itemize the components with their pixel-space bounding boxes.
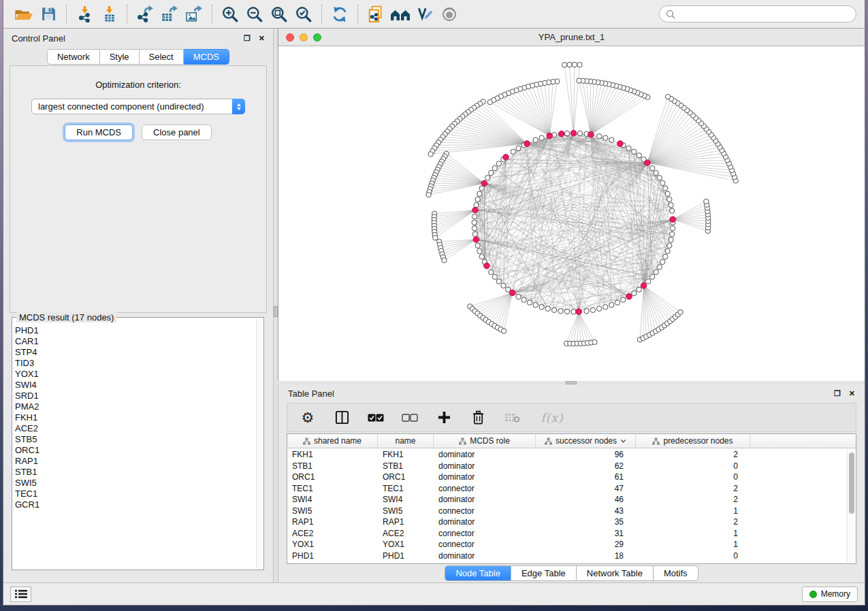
tab-network-table[interactable]: Network Table — [577, 566, 654, 580]
table-row[interactable]: SWI5SWI5connector431 — [287, 506, 847, 517]
criterion-dropdown[interactable]: largest connected component (undirected) — [31, 99, 245, 114]
new-network-file-button[interactable] — [364, 3, 388, 25]
table-row[interactable]: SWI4SWI4dominator462 — [287, 494, 847, 506]
mcds-result-item[interactable]: TEC1 — [15, 489, 255, 499]
run-mcds-button[interactable]: Run MCDS — [65, 125, 133, 140]
mcds-result-item[interactable]: RAP1 — [15, 456, 255, 467]
save-session-button[interactable] — [36, 3, 61, 25]
zoom-in-button[interactable] — [218, 3, 242, 25]
mcds-result-item[interactable]: PHD1 — [15, 325, 255, 336]
vertical-split-divider[interactable] — [274, 29, 278, 582]
tab-edge-table[interactable]: Edge Table — [511, 566, 577, 580]
close-window-icon[interactable] — [286, 33, 294, 42]
mcds-result-item[interactable]: CAR1 — [15, 336, 255, 347]
mcds-result-item[interactable]: SWI5 — [15, 478, 255, 489]
import-network-button[interactable] — [72, 3, 97, 25]
network-node — [533, 303, 538, 308]
table-row[interactable]: ACE2ACE2connector311 — [287, 528, 847, 540]
search-neighbors-button[interactable] — [388, 3, 413, 25]
table-row[interactable]: ORC1ORC1dominator610 — [287, 472, 847, 483]
add-column-icon[interactable] — [436, 410, 452, 426]
mcds-result-scrollbar[interactable] — [256, 319, 262, 568]
column-header-shared-name[interactable]: shared name — [287, 434, 378, 448]
control-panel-tabs: Network Style Select MCDS — [3, 49, 273, 65]
global-search-field[interactable] — [659, 5, 856, 22]
close-panel-icon[interactable]: ✕ — [259, 35, 265, 42]
mcds-result-item[interactable]: PMA2 — [15, 401, 255, 412]
table-row[interactable]: PHD1PHD1dominator180 — [287, 550, 847, 562]
scrollbar-thumb[interactable] — [849, 452, 854, 514]
import-table-icon — [101, 5, 118, 22]
tab-style[interactable]: Style — [100, 49, 140, 65]
table-row[interactable]: STB1STB1dominator620 — [287, 461, 847, 472]
export-network-button[interactable] — [133, 3, 157, 25]
divider-handle[interactable] — [566, 381, 577, 384]
zoom-selected-button[interactable] — [291, 3, 316, 25]
minimize-window-icon[interactable] — [300, 33, 308, 42]
mcds-result-item[interactable]: SRD1 — [15, 391, 255, 401]
column-header-name[interactable]: name — [378, 434, 434, 448]
network-leaf-node — [704, 199, 709, 203]
tab-select[interactable]: Select — [140, 49, 184, 65]
zoom-in-icon — [221, 5, 239, 23]
memory-button[interactable]: Memory — [802, 587, 858, 602]
select-all-checkboxes-icon[interactable] — [368, 410, 384, 426]
table-row[interactable]: TEC1TEC1connector472 — [287, 483, 847, 495]
network-node — [654, 170, 658, 175]
mcds-result-item[interactable]: SWI4 — [15, 380, 255, 391]
maximize-window-icon[interactable] — [313, 33, 321, 42]
network-window-titlebar[interactable]: YPA_prune.txt_1 — [278, 29, 865, 46]
search-input[interactable] — [679, 9, 850, 19]
zoom-fit-button[interactable] — [267, 3, 291, 25]
tab-network[interactable]: Network — [47, 49, 100, 65]
mcds-result-item[interactable]: ACE2 — [15, 423, 255, 434]
mcds-result-list[interactable]: PHD1CAR1STP4TID3YOX1SWI4SRD1PMA2FKH1ACE2… — [15, 320, 255, 568]
mcds-result-item[interactable]: FKH1 — [15, 412, 255, 423]
export-table-button[interactable] — [157, 3, 182, 25]
column-header-mcds-role[interactable]: MCDS role — [434, 434, 536, 448]
network-leaf-node — [433, 235, 438, 240]
table-scrollbar[interactable] — [847, 449, 855, 563]
mcds-result-item[interactable]: ORC1 — [15, 445, 255, 456]
column-layout-icon[interactable] — [334, 410, 350, 426]
close-panel-icon[interactable]: ✕ — [849, 390, 855, 397]
network-node — [669, 237, 673, 242]
mcds-result-item[interactable]: STP4 — [15, 347, 255, 358]
close-panel-button[interactable]: Close panel — [142, 125, 212, 140]
tab-motifs[interactable]: Motifs — [654, 566, 698, 580]
network-leaf-node — [442, 258, 447, 263]
table-row[interactable]: YOX1YOX1connector291 — [287, 539, 847, 550]
panel-menu-button[interactable] — [10, 587, 31, 602]
refresh-view-button[interactable] — [327, 3, 352, 25]
toggle-style-button[interactable] — [413, 3, 437, 25]
table-toolbar: ⚙ — [287, 403, 856, 432]
table-row[interactable]: FKH1FKH1dominator962 — [287, 449, 847, 461]
mcds-result-item[interactable]: STB5 — [15, 434, 255, 445]
zoom-out-button[interactable] — [242, 3, 267, 25]
node-table-body: FKH1FKH1dominator962STB1STB1dominator620… — [287, 449, 847, 563]
column-header-predecessor-nodes[interactable]: predecessor nodes — [636, 434, 750, 448]
float-panel-icon[interactable]: ❐ — [244, 35, 251, 42]
table-row[interactable]: RAP1RAP1dominator352 — [287, 516, 847, 528]
delete-column-icon[interactable] — [470, 410, 486, 426]
deselect-checkboxes-icon[interactable] — [402, 410, 418, 426]
network-graph[interactable] — [278, 46, 865, 381]
network-node — [501, 283, 506, 288]
column-header-successor-nodes[interactable]: successor nodes — [536, 434, 636, 448]
tab-node-table[interactable]: Node Table — [445, 566, 511, 580]
float-panel-icon[interactable]: ❐ — [834, 390, 841, 397]
export-image-button[interactable] — [182, 3, 206, 25]
mcds-result-item[interactable]: STB1 — [15, 467, 255, 478]
network-canvas[interactable] — [278, 46, 865, 381]
import-table-button[interactable] — [97, 3, 121, 25]
horizontal-split-divider[interactable] — [278, 381, 865, 384]
divider-handle[interactable] — [274, 306, 278, 317]
mcds-result-item[interactable]: YOX1 — [15, 369, 255, 380]
mcds-result-item[interactable]: TID3 — [15, 358, 255, 369]
settings-gear-icon[interactable]: ⚙ — [300, 410, 316, 426]
zoom-fit-icon — [270, 5, 288, 23]
toggle-preview-button[interactable] — [437, 3, 462, 25]
tab-mcds[interactable]: MCDS — [184, 49, 229, 65]
open-file-button[interactable] — [12, 3, 36, 25]
mcds-result-item[interactable]: GCR1 — [15, 499, 255, 510]
